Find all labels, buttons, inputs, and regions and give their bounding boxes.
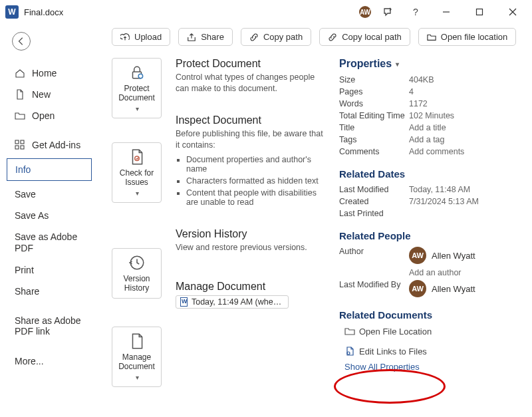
related-documents-header: Related Documents [339,309,524,321]
document-title: Final.docx [24,7,63,17]
sidebar-item-save-as[interactable]: Save As [0,205,98,226]
sidebar-label: Save as Adobe PDF [15,231,92,254]
minimize-button[interactable] [432,3,460,21]
history-icon [128,254,146,271]
sidebar-item-share-adobe-link[interactable]: Share as Adobe PDF link [0,310,98,343]
back-button[interactable] [12,32,31,51]
manage-recent-entry[interactable]: Today, 11:49 AM (when I closed... [176,295,289,309]
inspect-section: Inspect Document Before publishing this … [176,114,329,209]
prop-label: Total Editing Time [339,111,409,120]
sidebar-label: Print [15,265,34,275]
upload-icon [120,33,130,42]
svg-point-9 [138,74,143,78]
sidebar-item-open[interactable]: Open [0,105,98,126]
sidebar-label: Save [15,189,36,200]
tile-label: Version History [115,274,158,293]
sidebar-item-print[interactable]: Print [0,259,98,281]
svg-rect-6 [15,146,19,149]
version-history-tile[interactable]: Version History [112,248,162,299]
home-icon [15,68,25,78]
properties-header[interactable]: Properties▾ [339,58,524,70]
modified-by-label: Last Modified By [339,280,409,289]
sidebar-label: New [32,89,51,100]
add-title[interactable]: Add a title [409,123,446,132]
prop-value: 404KB [409,75,434,84]
link-icon [249,33,259,42]
sidebar-label: Home [32,68,57,78]
action-label: Copy local path [342,32,402,42]
prop-value: 4 [409,87,414,96]
sidebar-label: Get Add-ins [32,140,80,150]
action-label: Upload [134,32,162,42]
related-dates-header: Related Dates [339,168,524,180]
copy-local-path-button[interactable]: Copy local path [319,28,410,46]
edit-links-icon [344,346,355,356]
related-people-header: Related People [339,230,524,241]
tile-label: Manage Document [115,352,158,371]
author-label: Author [339,247,409,256]
document-icon [15,89,25,100]
backstage-sidebar: Home New Open Get Add-ins Info Save Save… [0,24,98,417]
sidebar-item-share[interactable]: Share [0,281,98,302]
prop-label: Title [339,123,409,132]
protect-document-tile[interactable]: Protect Document▾ [112,58,162,118]
sidebar-label: Share [15,286,39,297]
sidebar-item-more[interactable]: More... [0,350,98,372]
modified-by-name: Allen Wyatt [432,284,475,294]
sidebar-item-save-adobe[interactable]: Save as Adobe PDF [0,226,98,259]
description-column: Protect Document Control what types of c… [176,58,329,387]
manage-entry-text: Today, 11:49 AM (when I closed... [192,297,284,307]
manage-document-tile[interactable]: Manage Document▾ [112,327,162,387]
open-file-location-link[interactable]: Open File Location [344,326,524,337]
open-file-location-button[interactable]: Open file location [418,28,516,46]
copy-path-button[interactable]: Copy path [241,28,311,46]
tile-column: Protect Document▾ Check for Issues▾ Vers… [112,58,165,387]
upload-button[interactable]: Upload [112,28,170,46]
prop-label: Words [339,99,409,108]
add-tag[interactable]: Add a tag [409,135,445,144]
action-row: Upload Share Copy path Copy local path O… [112,28,524,46]
svg-rect-7 [21,146,24,149]
prop-label: Last Printed [339,209,409,218]
sidebar-label: More... [15,356,44,366]
add-author[interactable]: Add an author [409,268,462,277]
sidebar-item-home[interactable]: Home [0,63,98,84]
prop-label: Last Modified [339,185,409,194]
bullet: Content that people with disabilities ar… [186,188,329,207]
user-avatar[interactable]: AW [359,6,371,18]
sidebar-item-addins[interactable]: Get Add-ins [0,134,98,156]
add-comments[interactable]: Add comments [409,147,464,156]
comments-icon[interactable] [376,3,399,21]
document-icon [128,333,146,350]
close-button[interactable] [499,3,527,21]
svg-rect-5 [21,140,24,144]
sidebar-item-save[interactable]: Save [0,184,98,205]
action-label: Open file location [441,32,507,42]
prop-label: Comments [339,147,409,156]
section-title: Inspect Document [176,114,329,126]
word-app-icon: W [5,5,19,19]
properties-column: Properties▾ Size404KB Pages4 Words1172 T… [339,58,524,387]
svg-rect-1 [477,9,483,15]
show-all-properties-link[interactable]: Show All Properties [344,362,524,372]
protect-section: Protect Document Control what types of c… [176,58,329,94]
action-label: Copy path [263,32,303,42]
manage-section: Manage Document Today, 11:49 AM (when I … [176,281,329,309]
restore-button[interactable] [466,3,493,21]
link-icon [328,33,337,42]
lock-icon [128,64,146,81]
modified-by-avatar: AW [409,280,426,297]
share-icon [187,33,196,42]
sidebar-item-info[interactable]: Info [7,158,92,181]
section-title: Protect Document [176,58,329,70]
open-folder-icon [15,110,25,121]
check-issues-tile[interactable]: Check for Issues▾ [112,142,162,203]
share-button[interactable]: Share [178,28,233,46]
sidebar-item-new[interactable]: New [0,84,98,105]
section-text: Control what types of changes people can… [176,72,329,94]
help-icon[interactable]: ? [404,3,427,21]
prop-label: Created [339,197,409,206]
prop-value: Today, 11:48 AM [409,185,470,194]
edit-links-to-files-link[interactable]: Edit Links to Files [344,346,524,356]
svg-point-10 [134,156,139,161]
